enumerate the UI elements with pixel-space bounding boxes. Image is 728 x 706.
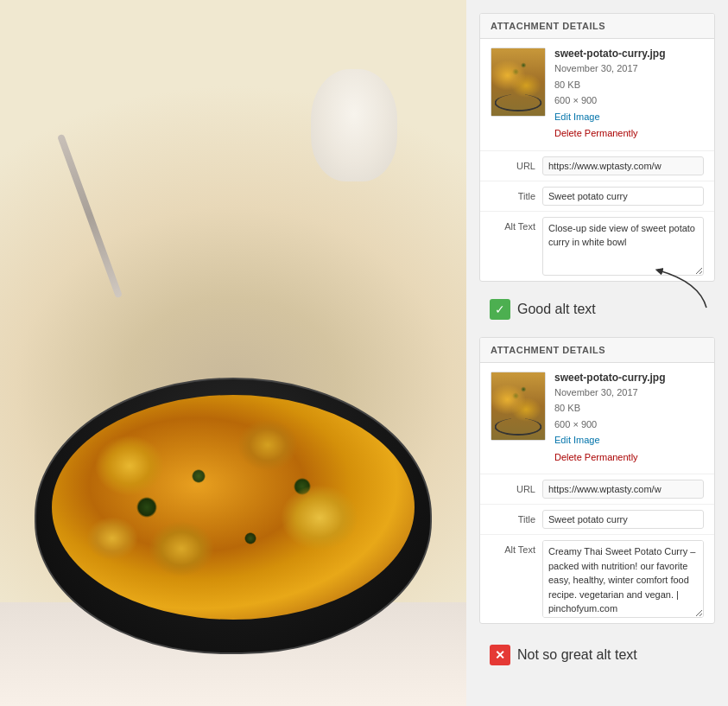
alt-row-bad: Alt Text [480,535,714,623]
filename-bad: sweet-potato-curry.jpg [554,372,704,384]
title-row-bad: Title [480,505,714,535]
attachment-header-bad: ATTACHMENT DETAILS [480,338,714,363]
title-label-good: Title [491,187,535,201]
thumbnail-bad [491,372,546,441]
url-row-good: URL https://www.wptasty.com/w [480,151,714,181]
title-input-good[interactable] [542,187,704,206]
food-image-panel [0,0,466,706]
attachment-info-good: sweet-potato-curry.jpg November 30, 2017… [480,39,714,151]
alt-label-good: Alt Text [491,217,535,232]
filename-good: sweet-potato-curry.jpg [554,48,704,60]
url-input-good[interactable]: https://www.wptasty.com/w [542,156,704,175]
url-input-bad[interactable]: https://www.wptasty.com/w [542,480,704,499]
url-label-good: URL [491,156,535,171]
attachment-meta-bad: sweet-potato-curry.jpg November 30, 2017… [554,372,704,466]
food-photo [0,0,466,706]
attachment-info-bad: sweet-potato-curry.jpg November 30, 2017… [480,363,714,475]
url-label-bad: URL [491,480,535,494]
thumbnail-good [491,48,546,117]
alt-textarea-good[interactable] [542,217,704,276]
alt-label-bad: Alt Text [491,540,535,555]
title-input-bad[interactable] [542,510,704,529]
delete-permanently-link-good[interactable]: Delete Permanently [554,126,704,142]
right-panel: ATTACHMENT DETAILS sweet-potato-curry.jp… [466,0,728,706]
title-label-bad: Title [491,510,535,525]
size-good: 80 KB [554,78,704,92]
attachment-meta-good: sweet-potato-curry.jpg November 30, 2017… [554,48,704,142]
attachment-block-good: ATTACHMENT DETAILS sweet-potato-curry.jp… [479,13,715,282]
date-good: November 30, 2017 [554,61,704,76]
attachment-header-good: ATTACHMENT DETAILS [480,14,714,39]
bad-alt-text-label: Not so great alt text [517,647,637,663]
edit-image-link-bad[interactable]: Edit Image [554,433,704,448]
good-alt-annotation: ✓ Good alt text [479,292,715,330]
bad-alt-text-banner: ✕ Not so great alt text [479,638,715,672]
dimensions-bad: 600 × 900 [554,417,704,432]
delete-permanently-link-bad[interactable]: Delete Permanently [554,450,704,466]
title-row-good: Title [480,181,714,212]
url-row-bad: URL https://www.wptasty.com/w [480,474,714,505]
dimensions-good: 600 × 900 [554,93,704,108]
alt-textarea-bad[interactable] [542,540,704,618]
checkmark-icon: ✓ [490,299,510,320]
alt-row-good: Alt Text [480,212,714,281]
good-alt-text-label: Good alt text [517,302,596,317]
size-bad: 80 KB [554,401,704,416]
x-icon: ✕ [490,645,510,665]
edit-image-link-good[interactable]: Edit Image [554,110,704,125]
attachment-block-bad: ATTACHMENT DETAILS sweet-potato-curry.jp… [479,337,715,625]
good-alt-text-banner: ✓ Good alt text [479,292,715,327]
date-bad: November 30, 2017 [554,385,704,400]
